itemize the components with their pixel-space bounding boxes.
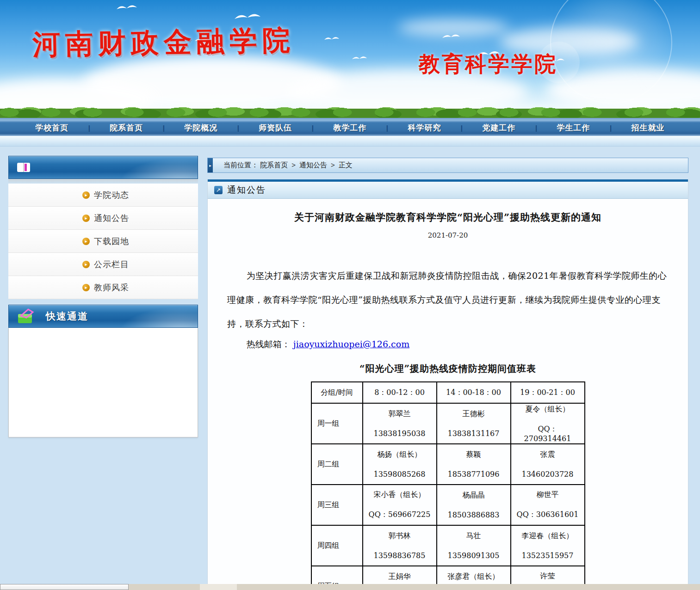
hotline-email-link[interactable]: jiaoyuxizhuopei@126.com — [293, 339, 409, 349]
dove-icon — [324, 35, 340, 42]
sidebar-shadow — [8, 179, 198, 184]
sidebar-item-3[interactable]: 下载园地 — [8, 230, 198, 253]
sidebar-item-1[interactable]: 学院动态 — [8, 184, 198, 207]
duty-contact: 18538771096 — [441, 470, 507, 479]
duty-person-name: 张震 — [515, 450, 581, 460]
breadcrumb-link-1[interactable]: 院系首页 — [260, 161, 288, 169]
breadcrumb-tab-icon: ▸ — [208, 158, 213, 172]
duty-table-header-cell: 8：00-12：00 — [363, 382, 437, 403]
nav-separator: | — [535, 124, 537, 132]
sidebar-header — [8, 156, 198, 179]
duty-contact: 13598091305 — [441, 551, 507, 560]
sidebar-item-5[interactable]: 教师风采 — [8, 276, 198, 299]
horizontal-scrollbar-track[interactable] — [0, 584, 700, 590]
duty-contact: QQ：569667225 — [367, 510, 433, 520]
nav-separator: | — [461, 124, 463, 132]
nav-item-4[interactable]: 师资队伍 — [259, 123, 292, 133]
nav-item-2[interactable]: 院系首页 — [110, 123, 143, 133]
sidebar-item-label: 学院动态 — [94, 190, 129, 201]
nav-item-9[interactable]: 招生就业 — [632, 123, 665, 133]
duty-contact: 18503886883 — [441, 510, 507, 519]
duty-person-name: 夏令（组长） — [515, 405, 581, 414]
duty-shift-cell: 蔡颖18538771096 — [437, 444, 511, 485]
duty-table: 分组/时间8：00-12：0014：00-18：0019：00-21：00 周一… — [311, 381, 585, 590]
breadcrumb-label: 当前位置： — [223, 161, 258, 169]
dove-icon — [234, 11, 261, 22]
nav-item-1[interactable]: 学校首页 — [35, 123, 68, 133]
duty-table-header-cell: 分组/时间 — [311, 382, 363, 403]
dove-icon — [116, 3, 138, 12]
nav-separator: | — [163, 124, 165, 132]
sidebar-item-label: 通知公告 — [94, 213, 129, 224]
nav-separator: | — [312, 124, 314, 132]
duty-person-name: 蔡颖 — [441, 450, 507, 460]
arrow-circle-icon — [82, 238, 90, 245]
nav-item-8[interactable]: 学生工作 — [557, 123, 590, 133]
duty-table-title: “阳光心理”援助热线疫情防控期间值班表 — [227, 363, 669, 375]
duty-contact: 13598085268 — [367, 470, 433, 479]
sidebar-item-label: 公示栏目 — [94, 259, 129, 270]
table-row: 周四组郭书林13598836785马壮13598091305李迎春（组长）135… — [311, 525, 585, 566]
nav-item-7[interactable]: 党建工作 — [482, 123, 515, 133]
trees-decoration — [0, 102, 700, 118]
table-row: 周三组宋小香（组长）QQ：569667225杨晶晶18503886883柳世平Q… — [311, 485, 585, 525]
arrow-circle-icon — [82, 191, 90, 199]
duty-person-name: 郭书林 — [367, 531, 433, 541]
nav-sub-strip — [0, 136, 700, 147]
arrow-circle-icon — [82, 261, 90, 268]
duty-shift-cell: 马壮13598091305 — [437, 525, 511, 566]
nav-separator: | — [237, 124, 239, 132]
nav-item-3[interactable]: 学院概况 — [184, 123, 217, 133]
quick-channel-header: 快速通道 — [8, 305, 198, 328]
table-row: 周二组杨扬（组长）13598085268蔡颖18538771096张震13460… — [311, 444, 585, 485]
duty-shift-cell: 郭翠兰13838195038 — [363, 403, 437, 444]
duty-shift-cell: 杨扬（组长）13598085268 — [363, 444, 437, 485]
article: 关于河南财政金融学院教育科学学院“阳光心理”援助热线更新的通知 2021-07-… — [208, 211, 688, 590]
breadcrumb-items: 院系首页>通知公告>正文 — [260, 161, 353, 169]
sidebar-menu: 学院动态通知公告下载园地公示栏目教师风采 — [8, 184, 198, 299]
table-row: 周一组郭翠兰13838195038王德彬13838131167夏令（组长）QQ：… — [311, 403, 585, 444]
duty-contact: 13460203728 — [515, 470, 581, 479]
section-arrow-icon — [214, 186, 223, 194]
breadcrumb: ▸ 当前位置： 院系首页>通知公告>正文 — [207, 158, 688, 173]
duty-contact: 13838195038 — [367, 429, 433, 438]
duty-shift-cell: 柳世平QQ：306361601 — [511, 485, 585, 525]
envelope-icon — [16, 308, 35, 324]
duty-table-head: 分组/时间8：00-12：0014：00-18：0019：00-21：00 — [311, 382, 585, 403]
breadcrumb-text: 当前位置： 院系首页>通知公告>正文 — [223, 161, 353, 170]
nav-item-5[interactable]: 教学工作 — [333, 123, 366, 133]
article-date: 2021-07-20 — [227, 231, 669, 240]
sidebar-item-label: 教师风采 — [94, 282, 129, 293]
duty-person-name: 马壮 — [441, 531, 507, 541]
arrow-circle-icon — [82, 215, 90, 222]
duty-contact: 13598836785 — [367, 551, 433, 560]
duty-shift-cell: 杨晶晶18503886883 — [437, 485, 511, 525]
breadcrumb-link-2[interactable]: 通知公告 — [299, 161, 327, 169]
nav-separator: | — [386, 124, 388, 132]
banner: 河南财政金融学院 教育科学学院 — [0, 0, 700, 119]
duty-person-name: 王娟华 — [367, 572, 433, 582]
sidebar-item-2[interactable]: 通知公告 — [8, 207, 198, 230]
duty-person-name: 王德彬 — [441, 409, 507, 419]
nav-item-6[interactable]: 科学研究 — [408, 123, 441, 133]
sidebar-item-4[interactable]: 公示栏目 — [8, 253, 198, 276]
dove-icon — [352, 55, 367, 61]
duty-group-cell: 周三组 — [311, 485, 363, 525]
duty-contact: 13523515957 — [515, 551, 581, 560]
duty-table-header-cell: 14：00-18：00 — [437, 382, 511, 403]
scrollbar-track-patch — [200, 584, 237, 590]
duty-contact: QQ：306361601 — [515, 510, 581, 520]
duty-person-name: 郭翠兰 — [367, 409, 433, 419]
duty-person-name: 张彦君（组长） — [441, 572, 507, 582]
duty-shift-cell: 宋小香（组长）QQ：569667225 — [363, 485, 437, 525]
duty-group-cell: 周一组 — [311, 403, 363, 444]
duty-contact: 13838131167 — [441, 429, 507, 438]
duty-person-name: 许莹 — [515, 572, 581, 581]
horizontal-scrollbar-thumb[interactable] — [0, 584, 129, 590]
duty-shift-cell: 王德彬13838131167 — [437, 403, 511, 444]
duty-person-name: 杨扬（组长） — [367, 450, 433, 460]
duty-group-cell: 周二组 — [311, 444, 363, 485]
top-nav-bar: 学校首页|院系首页|学院概况|师资队伍|教学工作|科学研究|党建工作|学生工作|… — [0, 119, 700, 136]
breadcrumb-link-3[interactable]: 正文 — [339, 161, 353, 169]
book-icon — [16, 161, 31, 173]
